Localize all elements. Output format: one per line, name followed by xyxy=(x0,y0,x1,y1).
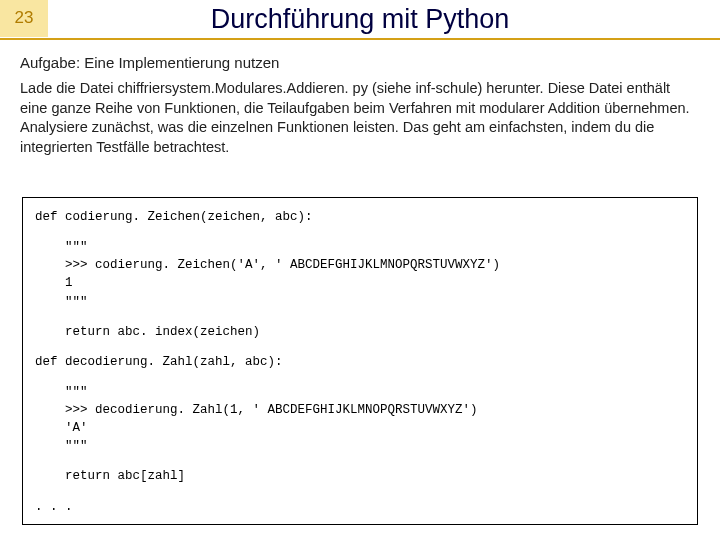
content-area: Aufgabe: Eine Implementierung nutzen Lad… xyxy=(0,40,720,157)
task-heading: Aufgabe: Eine Implementierung nutzen xyxy=(20,54,700,71)
slide-title: Durchführung mit Python xyxy=(48,4,720,35)
code-box: def codierung. Zeichen(zeichen, abc): ""… xyxy=(22,197,698,525)
code-line: """ xyxy=(35,238,685,256)
body-text: Lade die Datei chiffriersystem.Modulares… xyxy=(20,79,700,157)
code-line: >>> codierung. Zeichen('A', ' ABCDEFGHIJ… xyxy=(35,256,685,274)
slide-header: 23 Durchführung mit Python xyxy=(0,0,720,40)
code-line: return abc. index(zeichen) xyxy=(35,323,685,341)
code-line: def codierung. Zeichen(zeichen, abc): xyxy=(35,208,685,226)
code-line: >>> decodierung. Zahl(1, ' ABCDEFGHIJKLM… xyxy=(35,401,685,419)
code-line: """ xyxy=(35,437,685,455)
code-line: """ xyxy=(35,383,685,401)
code-line: return abc[zahl] xyxy=(35,467,685,485)
code-line: 'A' xyxy=(35,419,685,437)
slide-number: 23 xyxy=(0,0,48,37)
code-line: def decodierung. Zahl(zahl, abc): xyxy=(35,353,685,371)
code-line: 1 xyxy=(35,274,685,292)
code-line: . . . xyxy=(35,498,685,516)
code-line: """ xyxy=(35,293,685,311)
